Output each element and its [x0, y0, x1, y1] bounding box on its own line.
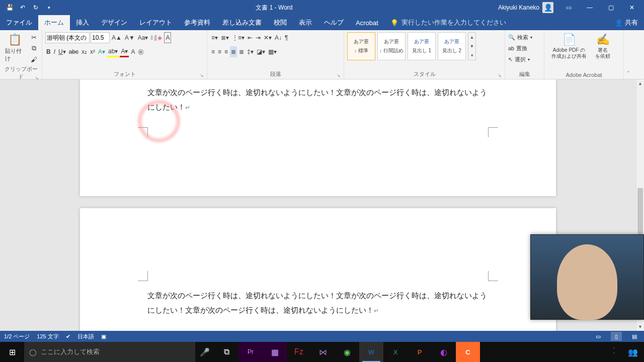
- qat-customize-icon[interactable]: ▾: [43, 2, 54, 13]
- phonetic-guide-icon[interactable]: ㍘: [150, 32, 155, 43]
- style-no-spacing[interactable]: あア亜 ↓ 行間詰め: [377, 32, 406, 60]
- font-name-select[interactable]: [45, 32, 90, 43]
- cut-icon[interactable]: ✂: [29, 32, 39, 42]
- spellcheck-icon[interactable]: ✔: [66, 333, 70, 340]
- select-button[interactable]: ↖選択▾: [508, 54, 530, 64]
- styles-down-icon[interactable]: ▼: [468, 42, 475, 51]
- request-sign-button[interactable]: ✍ 署名 を依頼: [593, 32, 613, 60]
- format-painter-icon[interactable]: 🖌: [29, 54, 39, 64]
- justify-icon[interactable]: ≣: [230, 46, 237, 57]
- enclose-icon[interactable]: ㊑: [137, 46, 145, 57]
- redo-icon[interactable]: ↻: [30, 2, 41, 13]
- styles-launcher-icon[interactable]: ↘: [498, 73, 502, 78]
- maximize-button[interactable]: ▢: [601, 0, 621, 15]
- style-heading1[interactable]: あア亜 見出し 1: [408, 32, 436, 60]
- shading-icon[interactable]: ◪▾: [256, 46, 266, 57]
- word-taskbar-icon[interactable]: W: [359, 342, 383, 362]
- align-center-icon[interactable]: ≡: [217, 46, 222, 57]
- close-button[interactable]: ✕: [622, 0, 642, 15]
- tab-mailings[interactable]: 差し込み文書: [216, 15, 268, 30]
- visual-studio-icon[interactable]: ⋈: [311, 342, 335, 362]
- borders-icon[interactable]: ▦▾: [267, 46, 278, 57]
- style-normal[interactable]: あア亜 ↓ 標準: [347, 32, 375, 60]
- grow-font-icon[interactable]: A▲: [111, 32, 123, 43]
- strikethrough-button[interactable]: abc: [68, 46, 79, 57]
- asian-layout-icon[interactable]: ✕▾: [263, 32, 273, 43]
- numbering-icon[interactable]: ≣▾: [220, 32, 230, 43]
- taskbar-search[interactable]: ◯ ここに入力して検索: [24, 342, 195, 362]
- language-label[interactable]: 日本語: [77, 333, 94, 340]
- bold-button[interactable]: B: [45, 46, 52, 57]
- paragraph-text-2[interactable]: 文章が次のページ行く時は、途切れないようにしたい！文章が次のページ行く時は、途切…: [147, 291, 487, 314]
- page-1[interactable]: 文章が次のページ行く時は、途切れないようにしたい！文章が次のページ行く時は、途切…: [80, 79, 556, 196]
- italic-button[interactable]: I: [53, 46, 56, 57]
- camtasia-icon[interactable]: C: [456, 342, 480, 362]
- enclose-characters-icon[interactable]: A: [164, 32, 171, 43]
- style-heading2[interactable]: あア亜 見出し 2: [438, 32, 466, 60]
- tab-insert[interactable]: 挿入: [70, 15, 95, 30]
- show-marks-icon[interactable]: ¶: [284, 32, 289, 43]
- scroll-down-icon[interactable]: ▼: [636, 323, 644, 331]
- font-launcher-icon[interactable]: ↘: [200, 73, 204, 78]
- create-pdf-button[interactable]: 📄 Adobe PDF の 作成および共有: [547, 32, 591, 60]
- underline-button[interactable]: U▾: [57, 46, 67, 57]
- user-account[interactable]: Akiyuki Kaneko 👤: [494, 2, 557, 13]
- powerpoint-taskbar-icon[interactable]: P: [408, 342, 432, 362]
- share-button[interactable]: 👤 共有: [609, 15, 644, 30]
- tab-acrobat[interactable]: Acrobat: [350, 15, 384, 30]
- page-count-label[interactable]: 1/2 ページ: [4, 333, 30, 340]
- tab-file[interactable]: ファイル: [0, 15, 38, 30]
- styles-up-icon[interactable]: ▲: [468, 33, 475, 42]
- tab-home[interactable]: ホーム: [38, 15, 70, 30]
- collapse-ribbon-icon[interactable]: ˄: [624, 30, 633, 79]
- app-icon-purple[interactable]: ◐: [432, 342, 456, 362]
- scroll-up-icon[interactable]: ▲: [636, 79, 644, 87]
- font-color-icon[interactable]: A▾: [120, 46, 129, 57]
- tab-help[interactable]: ヘルプ: [318, 15, 350, 30]
- tab-layout[interactable]: レイアウト: [133, 15, 178, 30]
- tab-references[interactable]: 参考資料: [178, 15, 216, 30]
- para-launcher-icon[interactable]: ↘: [337, 73, 341, 78]
- styles-more-icon[interactable]: ▾: [468, 51, 475, 60]
- subscript-button[interactable]: x₂: [80, 46, 88, 57]
- replace-button[interactable]: ab置換: [508, 43, 527, 53]
- highlight-color-icon[interactable]: ab▾: [107, 46, 119, 57]
- align-right-icon[interactable]: ≡: [223, 46, 229, 57]
- save-icon[interactable]: 💾: [4, 2, 15, 13]
- web-layout-icon[interactable]: ▤: [629, 332, 640, 341]
- macro-icon[interactable]: ▣: [101, 333, 106, 340]
- tab-review[interactable]: 校閲: [268, 15, 293, 30]
- styles-scroll[interactable]: ▲ ▼ ▾: [468, 32, 476, 60]
- undo-icon[interactable]: ↶: [17, 2, 28, 13]
- find-button[interactable]: 🔍検索▾: [508, 32, 532, 42]
- decrease-indent-icon[interactable]: ⇤: [247, 32, 254, 43]
- tell-me-search[interactable]: 💡 実行したい作業を入力してください: [384, 15, 609, 30]
- line-spacing-icon[interactable]: ‡▾: [246, 46, 255, 57]
- superscript-button[interactable]: x²: [89, 46, 96, 57]
- show-hidden-icons[interactable]: ˄˅: [613, 347, 622, 357]
- font-size-select[interactable]: [91, 32, 110, 43]
- clear-formatting-icon[interactable]: ◈: [156, 32, 163, 43]
- align-left-icon[interactable]: ≡: [210, 46, 216, 57]
- word-count-label[interactable]: 125 文字: [37, 333, 58, 340]
- shrink-font-icon[interactable]: A▼: [124, 32, 136, 43]
- increase-indent-icon[interactable]: ⇥: [255, 32, 262, 43]
- tab-view[interactable]: 表示: [293, 15, 318, 30]
- page-2[interactable]: 文章が次のページ行く時は、途切れないようにしたい！文章が次のページ行く時は、途切…: [80, 208, 556, 331]
- multilevel-list-icon[interactable]: ⋮≡▾: [231, 32, 246, 43]
- change-case-icon[interactable]: Aa▾: [137, 32, 149, 43]
- print-layout-icon[interactable]: ▯: [611, 332, 622, 341]
- paragraph-text-1[interactable]: 文章が次のページ行く時は、途切れないようにしたい！文章が次のページ行く時は、途切…: [147, 88, 487, 111]
- media-encoder-icon[interactable]: ▦: [263, 342, 287, 362]
- paste-button[interactable]: 📋 貼り付け: [3, 32, 27, 63]
- bullets-icon[interactable]: ≡▾: [210, 32, 219, 43]
- chatwork-icon[interactable]: ◉: [335, 342, 359, 362]
- premiere-icon[interactable]: Pr: [238, 342, 263, 362]
- distribute-icon[interactable]: ≣: [238, 46, 245, 57]
- task-view-icon[interactable]: ⧉: [214, 342, 238, 362]
- start-button[interactable]: ⊞: [0, 342, 24, 362]
- minimize-button[interactable]: —: [580, 0, 600, 15]
- mic-icon[interactable]: 🎤: [195, 347, 214, 357]
- sort-icon[interactable]: A↓: [274, 32, 283, 43]
- filezilla-icon[interactable]: Fz: [287, 342, 311, 362]
